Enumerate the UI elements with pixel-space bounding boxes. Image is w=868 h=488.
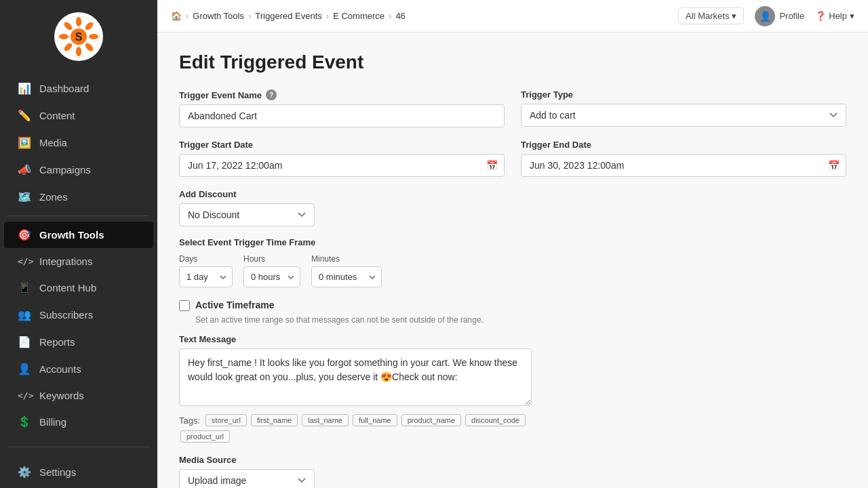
sidebar-item-integrations[interactable]: </> Integrations [4, 249, 153, 274]
add-discount-select[interactable]: No Discount10% off20% off [179, 203, 315, 226]
add-discount-select-wrapper: No Discount10% off20% off [179, 203, 315, 226]
logo-inner: S [58, 16, 99, 57]
breadcrumb-home-icon[interactable]: 🏠 [171, 11, 182, 21]
tag-first-name[interactable]: first_name [251, 414, 298, 426]
breadcrumb-id: 46 [395, 11, 405, 21]
help-label: Help [829, 11, 847, 21]
sidebar-item-label: Growth Tools [39, 229, 104, 241]
sidebar-item-reports[interactable]: 📄 Reports [4, 329, 153, 355]
text-message-section: Text Message Hey <span style="border:1px… [179, 334, 846, 444]
content-icon: ✏️ [18, 109, 31, 122]
trigger-end-date-input[interactable] [521, 154, 846, 177]
active-timeframe-checkbox[interactable] [179, 300, 190, 311]
tag-last-name[interactable]: last_name [302, 414, 349, 426]
profile-button[interactable]: 👤 Profile [755, 6, 804, 26]
tag-full-name[interactable]: full_name [353, 414, 397, 426]
topbar: 🏠 › Growth Tools › Triggered Events › E … [157, 0, 868, 33]
tags-row: Tags: store_url first_name last_name ful… [179, 413, 532, 444]
sidebar-item-content[interactable]: ✏️ Content [4, 102, 153, 129]
trigger-event-name-help-icon[interactable]: ? [266, 89, 277, 100]
nav-divider-bottom [8, 447, 149, 447]
tag-discount-code[interactable]: discount_code [465, 414, 526, 426]
tag-product-url[interactable]: product_url [180, 430, 230, 443]
sidebar-item-label: Reports [39, 336, 75, 348]
market-selector[interactable]: All Markets ▾ [678, 7, 744, 24]
sidebar-item-label: Settings [39, 466, 76, 478]
content-hub-icon: 📱 [18, 281, 31, 294]
sidebar-item-dashboard[interactable]: 📊 Dashboard [4, 75, 153, 102]
sidebar-item-content-hub[interactable]: 📱 Content Hub [4, 274, 153, 301]
hours-select[interactable]: 0 hours 1 hour 2 hours [243, 266, 300, 287]
svg-point-1 [76, 17, 81, 26]
trigger-event-name-label: Trigger Event Name ? [179, 89, 505, 100]
trigger-end-date-group: Trigger End Date 📅 [521, 140, 846, 177]
add-discount-section: Add Discount No Discount10% off20% off [179, 189, 846, 226]
trigger-event-name-input[interactable] [179, 104, 505, 127]
active-timeframe-row: Active Timeframe [179, 300, 846, 311]
sidebar-item-growth-tools[interactable]: 🎯 Growth Tools [4, 222, 153, 248]
trigger-start-date-input[interactable] [179, 154, 505, 177]
media-source-label: Media Source [179, 455, 846, 465]
sidebar-bottom: ⚙️ Settings [0, 453, 157, 488]
trigger-start-date-group: Trigger Start Date 📅 [179, 140, 505, 177]
sidebar-item-media[interactable]: 🖼️ Media [4, 129, 153, 156]
breadcrumb: 🏠 › Growth Tools › Triggered Events › E … [171, 11, 406, 21]
time-frame-section: Select Event Trigger Time Frame Days 1 d… [179, 237, 846, 287]
settings-icon: ⚙️ [18, 466, 31, 479]
svg-point-3 [89, 34, 98, 39]
hours-group: Hours 0 hours 1 hour 2 hours [243, 254, 300, 287]
sidebar-item-subscribers[interactable]: 👥 Subscribers [4, 302, 153, 328]
sidebar-item-label: Accounts [39, 363, 81, 375]
trigger-event-name-group: Trigger Event Name ? [179, 89, 505, 127]
text-message-textarea[interactable]: Hey <span style="border:1px solid #aaa;b… [179, 348, 532, 406]
days-group: Days 1 day 2 days 3 days [179, 254, 233, 287]
subscribers-icon: 👥 [18, 308, 31, 321]
page-content: Edit Triggered Event Trigger Event Name … [157, 33, 868, 488]
sidebar-item-billing[interactable]: 💲 Billing [4, 409, 153, 435]
sidebar-item-keywords[interactable]: </> Keywords [4, 383, 153, 408]
breadcrumb-growth-tools[interactable]: Growth Tools [193, 11, 244, 21]
form-row-trigger: Trigger Event Name ? Trigger Type Add to… [179, 89, 846, 127]
form-row-dates: Trigger Start Date 📅 Trigger End Date 📅 [179, 140, 846, 177]
hours-label: Hours [243, 254, 300, 264]
sidebar-item-accounts[interactable]: 👤 Accounts [4, 356, 153, 382]
sidebar-item-zones[interactable]: 🗺️ Zones [4, 184, 153, 210]
tags-label: Tags: [179, 415, 200, 426]
campaigns-icon: 📣 [18, 163, 31, 176]
sidebar-logo: S [0, 0, 157, 69]
chevron-down-icon: ▾ [732, 11, 736, 21]
svg-text:S: S [75, 31, 83, 43]
topbar-right: All Markets ▾ 👤 Profile ❓ Help ▾ [678, 6, 854, 26]
trigger-end-date-wrap: 📅 [521, 154, 846, 177]
sidebar-nav: 📊 Dashboard ✏️ Content 🖼️ Media 📣 Campai… [0, 69, 157, 441]
minutes-select[interactable]: 0 minutes 15 minutes 30 minutes [311, 266, 382, 287]
svg-point-7 [59, 34, 68, 39]
tag-product-name[interactable]: product_name [401, 414, 461, 426]
sidebar-item-settings[interactable]: ⚙️ Settings [4, 459, 153, 485]
breadcrumb-triggered-events[interactable]: Triggered Events [255, 11, 322, 21]
media-source-select-wrapper: Upload image URL [179, 469, 315, 488]
days-select[interactable]: 1 day 2 days 3 days [179, 266, 233, 287]
trigger-type-select[interactable]: Add to cartPurchaseView product [521, 104, 846, 127]
main-area: 🏠 › Growth Tools › Triggered Events › E … [157, 0, 868, 488]
reports-icon: 📄 [18, 336, 31, 348]
sidebar-item-label: Subscribers [39, 309, 93, 321]
trigger-type-label: Trigger Type [521, 89, 846, 100]
dashboard-icon: 📊 [18, 82, 31, 95]
tag-store-url[interactable]: store_url [205, 414, 247, 426]
minutes-label: Minutes [311, 254, 382, 264]
breadcrumb-ecommerce[interactable]: E Commerce [333, 11, 384, 21]
sidebar-item-campaigns[interactable]: 📣 Campaigns [4, 157, 153, 183]
trigger-start-date-wrap: 📅 [179, 154, 505, 177]
trigger-end-date-label: Trigger End Date [521, 140, 846, 150]
media-source-select[interactable]: Upload image URL [179, 469, 315, 488]
logo-icon: S [58, 16, 99, 57]
sidebar-item-label: Keywords [39, 390, 84, 401]
help-button[interactable]: ❓ Help ▾ [815, 11, 854, 21]
billing-icon: 💲 [18, 415, 31, 428]
growth-tools-icon: 🎯 [18, 228, 31, 241]
sidebar-item-label: Zones [39, 191, 68, 203]
svg-point-5 [76, 47, 81, 56]
days-label: Days [179, 254, 233, 264]
sidebar-item-label: Media [39, 137, 67, 148]
